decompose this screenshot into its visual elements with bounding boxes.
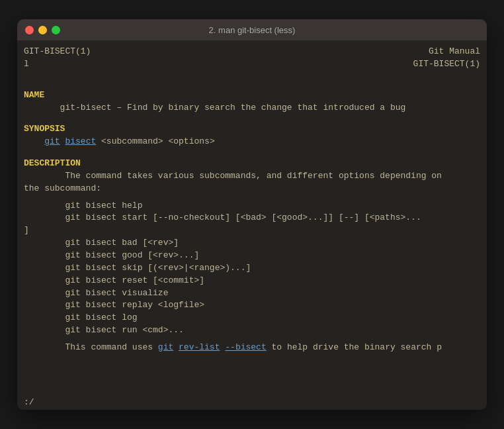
man-header2: l GIT-BISECT(1) [17, 58, 487, 71]
prompt[interactable]: :/ [24, 397, 34, 407]
description-body2: the subcommand: [24, 183, 480, 195]
close-button[interactable] [25, 26, 34, 34]
man-header: GIT-BISECT(1) Git Manual [17, 46, 487, 58]
terminal-content: NAME git-bisect – Find by binary search … [17, 80, 487, 337]
cmd-bad: git bisect bad [<rev>] [24, 237, 480, 250]
cmd-help: git bisect help [24, 200, 480, 213]
header-right2: GIT-BISECT(1) [413, 58, 480, 71]
cmd-visualize: git bisect visualize [24, 287, 480, 300]
synopsis-line: git bisect <subcommand> <options> [24, 136, 480, 148]
git-bottom-link: git [158, 342, 173, 352]
cmd-replay: git bisect replay <logfile> [24, 299, 480, 312]
rev-list-link: rev-list [179, 342, 220, 352]
cmd-bracket: ] [24, 224, 480, 237]
synopsis-section-title: SYNOPSIS [24, 123, 480, 136]
titlebar: 2. man git-bisect (less) [17, 19, 487, 40]
header-right1: Git Manual [429, 46, 480, 58]
header-left1: GIT-BISECT(1) [24, 46, 91, 58]
name-section-title: NAME [24, 89, 480, 102]
window-title: 2. man git-bisect (less) [209, 25, 296, 35]
cmd-good: git bisect good [<rev>...] [24, 250, 480, 262]
name-body: git-bisect – Find by binary search the c… [24, 102, 480, 115]
bottom-bar: :/ [17, 395, 487, 410]
terminal-window: 2. man git-bisect (less) GIT-BISECT(1) G… [17, 19, 487, 410]
cmd-run: git bisect run <cmd>... [24, 324, 480, 337]
traffic-lights [25, 26, 60, 34]
bisect-flag-link: --bisect [225, 342, 266, 352]
description-section-title: DESCRIPTION [24, 158, 480, 170]
bisect-link: bisect [65, 136, 96, 146]
cmd-skip: git bisect skip [(<rev>|<range>)...] [24, 262, 480, 275]
terminal-body: GIT-BISECT(1) Git Manual l GIT-BISECT(1)… [17, 40, 487, 395]
cmd-start: git bisect start [--no-checkout] [<bad> … [24, 212, 480, 224]
description-body1: The command takes various subcommands, a… [24, 170, 480, 183]
git-link: git [44, 136, 60, 146]
cmd-reset: git bisect reset [<commit>] [24, 275, 480, 287]
header-left2: l [24, 58, 29, 71]
cmd-log: git bisect log [24, 312, 480, 324]
maximize-button[interactable] [52, 26, 60, 34]
minimize-button[interactable] [38, 26, 47, 34]
bottom-description: This command uses git rev-list --bisect … [17, 342, 487, 354]
